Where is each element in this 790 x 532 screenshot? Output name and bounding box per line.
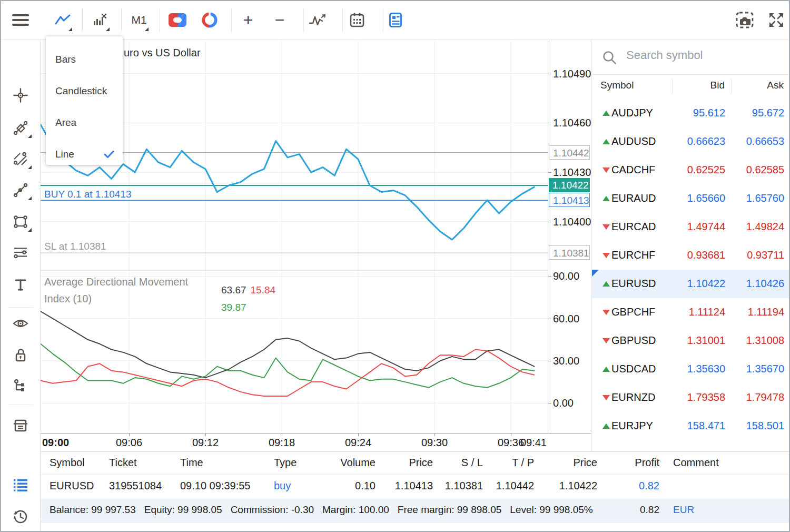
time-axis-label: 09:00 — [42, 437, 86, 449]
search-symbol-input[interactable] — [625, 48, 780, 63]
market-watch-column-symbol: Symbol — [600, 80, 664, 91]
objects-list-button[interactable] — [7, 373, 34, 399]
price-up-icon — [603, 367, 610, 372]
market-watch-header: SymbolBidAsk — [591, 74, 790, 98]
market-watch-row[interactable]: USDCAD1.356301.35670 — [592, 355, 790, 383]
axis-tick-mark — [548, 361, 551, 361]
price-up-icon — [603, 281, 610, 287]
bid-price: 0.93681 — [667, 249, 725, 261]
polyline-tool-button[interactable] — [7, 177, 34, 203]
ask-price: 1.11194 — [726, 306, 784, 318]
chart-type-option-line[interactable]: Line — [46, 139, 123, 170]
zoom-in-button[interactable]: + — [236, 6, 260, 34]
chart-type-button[interactable] — [51, 6, 74, 34]
symbol-name: EURAUD — [611, 192, 656, 204]
channel-lines-tool-button[interactable] — [7, 146, 34, 172]
trade-column-header: T / P — [476, 457, 534, 469]
market-watch-row[interactable]: EURCAD1.497441.49824 — [592, 213, 790, 241]
toolbar-separator — [342, 8, 343, 32]
shapes-tool-button[interactable] — [7, 209, 34, 235]
zoom-out-button[interactable]: − — [268, 6, 291, 34]
time-axis-tick — [282, 434, 282, 436]
chart-type-option-candlestick[interactable]: Candlestick — [46, 75, 123, 107]
chart-type-option-area[interactable]: Area — [46, 107, 123, 139]
symbol-name: CADCHF — [611, 164, 655, 176]
object-tree-icon — [13, 379, 28, 393]
timeframe-button[interactable]: M1 — [127, 6, 151, 34]
ask-price: 0.66653 — [726, 135, 784, 147]
indicator-name-line2: Index (10) — [44, 293, 92, 305]
time-axis-label: 09:12 — [183, 437, 228, 449]
price-axis[interactable]: 1.104901.104601.104301.1040090.0060.0030… — [548, 41, 591, 433]
market-watch-row[interactable]: CADCHF0.625250.62585 — [592, 156, 790, 184]
fullscreen-button[interactable] — [765, 6, 788, 34]
top-toolbar: M1 + − — [1, 1, 789, 40]
trade-list-button[interactable] — [7, 472, 34, 498]
position-profit: 0.82 — [601, 480, 659, 492]
bid-price: 1.49744 — [667, 221, 725, 233]
market-watch-row[interactable]: AUDJPY95.61295.672 — [592, 99, 790, 127]
header-column-separator — [672, 78, 673, 94]
price-up-icon — [603, 139, 610, 144]
search-icon — [602, 50, 617, 65]
summary-balance: Balance: 99 997.53 — [50, 504, 136, 515]
time-axis-tick — [205, 434, 206, 436]
chart-type-option-label: Area — [55, 117, 76, 129]
indicators-button[interactable] — [306, 6, 329, 34]
market-watch-row[interactable]: EURAUD1.656601.65760 — [592, 184, 790, 213]
trade-column-header: Comment — [673, 457, 757, 469]
price-down-icon — [603, 168, 610, 173]
main-menu-button[interactable] — [9, 6, 32, 34]
ask-price: 95.672 — [726, 107, 784, 119]
history-button[interactable] — [7, 504, 34, 530]
market-watch-row[interactable]: GBPUSD1.310011.31008 — [592, 327, 790, 355]
market-watch-row[interactable]: GBPCHF1.111241.11194 — [592, 298, 790, 327]
visibility-button[interactable] — [7, 310, 34, 337]
crosshair-tool-button[interactable] — [7, 82, 34, 109]
indicator-axis-label: 0.00 — [553, 397, 574, 409]
open-position-row[interactable]: EURUSD31955108409.10 09:39:55buy0.101.10… — [41, 475, 790, 499]
price-up-icon — [603, 196, 610, 201]
market-watch-row[interactable]: EURCHF0.936810.93711 — [592, 241, 790, 270]
order-open-price-badge: 1.10413 — [549, 193, 590, 207]
market-watch-column-bid: Bid — [660, 80, 725, 91]
print-button[interactable] — [7, 412, 34, 439]
chart-type-option-bars[interactable]: Bars — [46, 44, 123, 75]
ruler-measure-icon — [13, 121, 28, 135]
toolbar-separator — [160, 8, 160, 32]
ask-price: 158.501 — [726, 420, 784, 432]
lock-objects-button[interactable] — [7, 342, 34, 368]
window-layout-button[interactable] — [384, 6, 407, 34]
remove-indicator-button[interactable] — [88, 6, 112, 34]
position-current-price: 1.10422 — [539, 480, 597, 492]
axis-tick-mark — [548, 276, 551, 277]
screenshot-button[interactable] — [733, 6, 756, 34]
chart-title: uro vs US Dollar — [124, 47, 201, 59]
market-watch-row[interactable]: EURNZD1.793581.79478 — [592, 383, 790, 412]
printer-icon — [13, 419, 28, 432]
market-watch-row[interactable]: EURUSD1.104221.10426 — [592, 270, 790, 298]
zoom-in-icon: + — [243, 12, 253, 28]
check-icon — [104, 150, 114, 159]
market-watch-column-ask: Ask — [725, 80, 784, 91]
header-column-separator — [731, 78, 732, 94]
sidebar-divider — [8, 307, 33, 308]
axis-tick-mark — [548, 403, 551, 403]
text-tool-button[interactable] — [7, 272, 34, 298]
market-watch-row[interactable]: EURJPY158.471158.501 — [592, 412, 790, 440]
ask-price: 0.93711 — [726, 249, 784, 261]
time-axis-tick — [358, 434, 359, 436]
donut-chart-icon — [202, 12, 218, 28]
rectangle-shape-icon — [13, 214, 28, 229]
one-click-trading-button[interactable] — [166, 6, 189, 34]
calendar-button[interactable] — [345, 6, 369, 34]
market-watch-row[interactable]: AUDUSD0.666230.66653 — [592, 127, 790, 156]
measure-tool-button[interactable] — [7, 115, 34, 141]
horizontal-lines-tool-button[interactable] — [7, 240, 34, 266]
one-click-trading-icon — [169, 13, 186, 27]
time-axis[interactable]: 09:0009:0609:1209:1809:2409:3009:3609:41 — [41, 433, 591, 452]
ask-price: 0.62585 — [726, 164, 784, 176]
time-axis-label: 09:24 — [336, 437, 380, 449]
donut-chart-button[interactable] — [198, 6, 221, 34]
symbol-search-row — [591, 41, 790, 75]
